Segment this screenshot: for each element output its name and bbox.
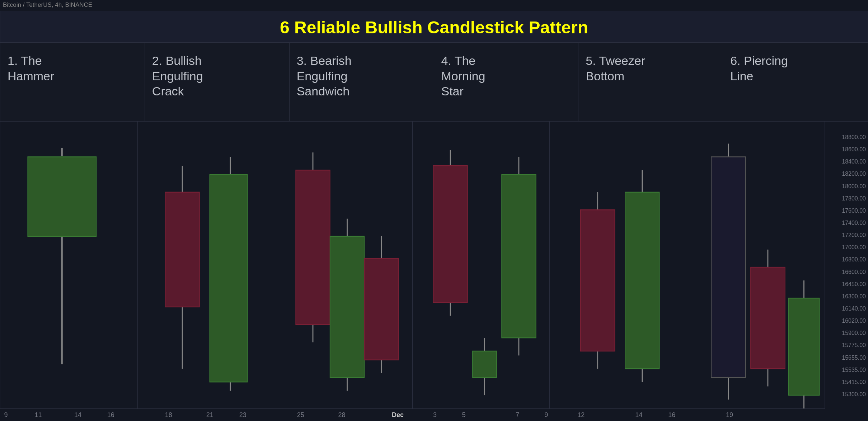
candle-group-2 bbox=[138, 122, 275, 408]
svg-rect-20 bbox=[433, 166, 467, 303]
svg-rect-41 bbox=[789, 298, 820, 395]
svg-rect-8 bbox=[210, 175, 247, 382]
x-tick-11: 11 bbox=[35, 411, 42, 419]
x-tick-9b: 9 bbox=[544, 411, 548, 419]
chart-title: 6 Reliable Bullish Candlestick Pattern bbox=[0, 11, 868, 43]
svg-rect-1 bbox=[28, 157, 96, 236]
svg-rect-23 bbox=[473, 351, 497, 378]
svg-rect-11 bbox=[296, 170, 330, 325]
pattern-5: 5. TweezerBottom bbox=[578, 43, 723, 121]
price-axis: 18800.00 18600.00 18400.00 18200.00 1800… bbox=[825, 122, 868, 409]
pattern-6: 6. PiercingLine bbox=[723, 43, 868, 121]
candle-group-3 bbox=[275, 122, 413, 408]
x-tick-21: 21 bbox=[206, 411, 214, 419]
pattern-3: 3. BearishEngulfingSandwich bbox=[290, 43, 434, 121]
svg-rect-5 bbox=[165, 192, 199, 307]
svg-rect-29 bbox=[581, 210, 615, 351]
svg-rect-35 bbox=[711, 157, 746, 377]
x-tick-25: 25 bbox=[297, 411, 304, 419]
x-tick-dec: Dec bbox=[392, 411, 404, 419]
candle-group-4 bbox=[413, 122, 550, 408]
x-tick-14: 14 bbox=[74, 411, 81, 419]
x-tick-7: 7 bbox=[516, 411, 519, 419]
x-tick-16: 16 bbox=[107, 411, 114, 419]
svg-rect-17 bbox=[364, 259, 398, 360]
pattern-4: 4. TheMorningStar bbox=[434, 43, 579, 121]
pattern-1: 1. TheHammer bbox=[0, 43, 145, 121]
x-tick-19: 19 bbox=[726, 411, 733, 419]
x-tick-5: 5 bbox=[462, 411, 465, 419]
svg-rect-26 bbox=[502, 175, 536, 338]
instrument-label: Bitcoin / TetherUS, 4h, BINANCE bbox=[3, 1, 92, 8]
x-tick-9: 9 bbox=[4, 411, 8, 419]
x-tick-3: 3 bbox=[433, 411, 437, 419]
svg-rect-38 bbox=[751, 267, 785, 369]
x-tick-12: 12 bbox=[577, 411, 585, 419]
candle-group-6 bbox=[687, 122, 825, 408]
pattern-2: 2. BullishEngulfingCrack bbox=[145, 43, 290, 121]
candle-group-1 bbox=[0, 122, 138, 408]
x-tick-23: 23 bbox=[239, 411, 247, 419]
svg-rect-32 bbox=[625, 192, 659, 369]
x-tick-28: 28 bbox=[338, 411, 346, 419]
x-tick-14b: 14 bbox=[635, 411, 642, 419]
svg-rect-14 bbox=[330, 236, 364, 378]
x-tick-18: 18 bbox=[165, 411, 172, 419]
candle-group-5 bbox=[550, 122, 687, 408]
x-tick-16b: 16 bbox=[668, 411, 675, 419]
